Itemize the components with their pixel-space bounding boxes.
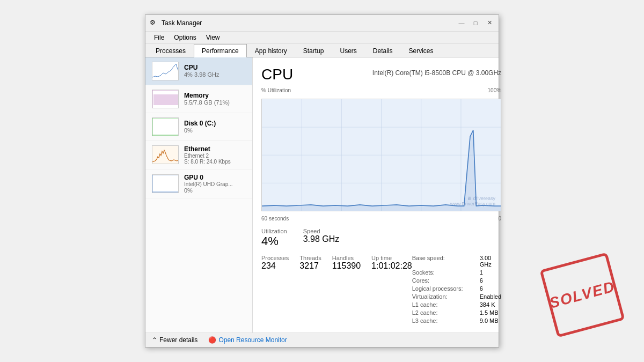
sidebar-item-disk[interactable]: Disk 0 (C:) 0%: [145, 113, 252, 141]
sidebar-item-gpu[interactable]: GPU 0 Intel(R) UHD Grap... 0%: [145, 169, 252, 198]
gpu-thumbnail: [152, 174, 179, 193]
tab-users[interactable]: Users: [332, 44, 364, 57]
l3-value: 9.0 MB: [480, 317, 499, 324]
menu-options[interactable]: Options: [170, 33, 200, 42]
logical-label: Logical processors:: [412, 285, 477, 292]
stat-handles: Handles 115390: [332, 255, 361, 324]
cpu-chart: 🖥 drivereasy www.DriverEasy.com: [261, 99, 501, 211]
sidebar-cpu-name: CPU: [184, 64, 246, 71]
uptime-value: 1:01:02:28: [371, 261, 412, 271]
spec-base-speed: Base speed: 3.00 GHz: [412, 255, 501, 268]
spec-logical: Logical processors: 6: [412, 285, 501, 292]
ethernet-thumbnail: [152, 145, 179, 164]
sidebar-gpu-sub: 0%: [184, 187, 246, 194]
cpu-thumbnail: [152, 62, 179, 80]
virt-value: Enabled: [480, 293, 501, 300]
spec-cores: Cores: 6: [412, 277, 501, 284]
window-controls: — □ ✕: [457, 18, 494, 28]
tab-performance[interactable]: Performance: [194, 44, 247, 57]
threads-label: Threads: [299, 255, 321, 261]
processes-label: Processes: [261, 255, 289, 261]
stat-speed: Speed 3.98 GHz: [303, 228, 340, 248]
main-panel: CPU Intel(R) Core(TM) i5-8500B CPU @ 3.0…: [253, 57, 510, 333]
panel-header: CPU Intel(R) Core(TM) i5-8500B CPU @ 3.0…: [261, 66, 501, 83]
open-resource-monitor-link[interactable]: 🔴 Open Resource Monitor: [208, 336, 287, 344]
stat-uptime: Up time 1:01:02:28: [371, 255, 412, 324]
spec-l3: L3 cache: 9.0 MB: [412, 317, 501, 324]
tab-app-history[interactable]: App history: [247, 44, 295, 57]
title-bar: ⚙ Task Manager — □ ✕: [145, 15, 499, 32]
svg-rect-5: [152, 175, 179, 193]
speed-value: 3.98 GHz: [303, 234, 340, 244]
chart-y-max: 100%: [488, 87, 502, 93]
sidebar-item-ethernet[interactable]: Ethernet Ethernet 2 S: 8.0 R: 24.0 Kbps: [145, 141, 252, 169]
stat-utilization: Utilization 4%: [261, 228, 287, 248]
stats-left: Processes 234 Threads 3217 Handles 11539…: [261, 255, 412, 324]
chart-axis-top: % Utilization 100%: [261, 87, 501, 93]
l2-value: 1.5 MB: [480, 309, 499, 316]
logical-value: 6: [480, 285, 483, 292]
sidebar-item-cpu[interactable]: CPU 4% 3.98 GHz: [145, 57, 252, 85]
disk-thumbnail: [152, 117, 179, 136]
sidebar-gpu-sub2: Intel(R) UHD Grap...: [184, 181, 246, 187]
utilization-label: Utilization: [261, 228, 287, 234]
window-title: Task Manager: [162, 19, 202, 27]
app-icon: ⚙: [150, 19, 158, 27]
speed-label: Speed: [303, 228, 340, 234]
tab-processes[interactable]: Processes: [148, 44, 194, 57]
solved-text: SOLVED: [539, 252, 625, 337]
sidebar-disk-sub: 0%: [184, 127, 246, 134]
threads-value: 3217: [299, 261, 321, 271]
minimize-button[interactable]: —: [457, 18, 466, 28]
tab-startup[interactable]: Startup: [295, 44, 332, 57]
chevron-up-icon: ⌃: [152, 336, 157, 344]
handles-value: 115390: [332, 261, 361, 271]
base-speed-value: 3.00 GHz: [480, 255, 501, 268]
maximize-button[interactable]: □: [471, 18, 480, 28]
monitor-label: Open Resource Monitor: [218, 336, 287, 344]
watermark: 🖥 drivereasy www.DriverEasy.com: [450, 196, 495, 206]
sidebar-item-memory[interactable]: Memory 5.5/7.8 GB (71%): [145, 85, 252, 113]
l3-label: L3 cache:: [412, 317, 477, 324]
spec-l1: L1 cache: 384 K: [412, 301, 501, 308]
svg-rect-2: [153, 94, 178, 105]
spec-l2: L2 cache: 1.5 MB: [412, 309, 501, 316]
task-manager-window: ⚙ Task Manager — □ ✕ File Options View P…: [145, 14, 499, 348]
chart-x-right: 0: [499, 216, 502, 221]
sidebar-ethernet-sub: S: 8.0 R: 24.0 Kbps: [184, 159, 246, 165]
sidebar: CPU 4% 3.98 GHz Memory 5.5/7.8 GB (71%): [145, 57, 253, 333]
uptime-label: Up time: [371, 255, 412, 261]
l1-label: L1 cache:: [412, 301, 477, 308]
panel-subtitle: Intel(R) Core(TM) i5-8500B CPU @ 3.00GHz: [372, 69, 501, 77]
sidebar-ethernet-name: Ethernet: [184, 145, 246, 153]
menu-bar: File Options View: [145, 32, 499, 44]
l2-label: L2 cache:: [412, 309, 477, 316]
close-button[interactable]: ✕: [485, 18, 494, 28]
fewer-details-label: Fewer details: [159, 336, 197, 344]
menu-file[interactable]: File: [150, 33, 169, 42]
stat-threads: Threads 3217: [299, 255, 321, 324]
chart-labels: 60 seconds 0: [261, 216, 501, 221]
menu-view[interactable]: View: [202, 33, 224, 42]
l1-value: 384 K: [480, 301, 495, 308]
chart-x-left: 60 seconds: [261, 216, 289, 221]
processes-value: 234: [261, 261, 289, 271]
sidebar-disk-name: Disk 0 (C:): [184, 120, 246, 127]
cores-label: Cores:: [412, 277, 477, 284]
panel-title: CPU: [261, 66, 293, 83]
specs-panel: Base speed: 3.00 GHz Sockets: 1 Cores: 6…: [412, 255, 501, 324]
sidebar-memory-name: Memory: [184, 92, 246, 99]
utilization-value: 4%: [261, 234, 287, 248]
sidebar-cpu-sub: 4% 3.98 GHz: [184, 71, 246, 78]
monitor-icon: 🔴: [208, 336, 216, 344]
stat-processes: Processes 234: [261, 255, 289, 324]
fewer-details-button[interactable]: ⌃ Fewer details: [152, 336, 197, 344]
stats-row-primary: Utilization 4% Speed 3.98 GHz: [261, 228, 501, 248]
sockets-label: Sockets:: [412, 269, 477, 276]
sidebar-gpu-name: GPU 0: [184, 174, 246, 181]
tab-details[interactable]: Details: [365, 44, 401, 57]
spec-virt: Virtualization: Enabled: [412, 293, 501, 300]
memory-thumbnail: [152, 90, 179, 108]
tab-services[interactable]: Services: [401, 44, 442, 57]
cores-value: 6: [480, 277, 483, 284]
